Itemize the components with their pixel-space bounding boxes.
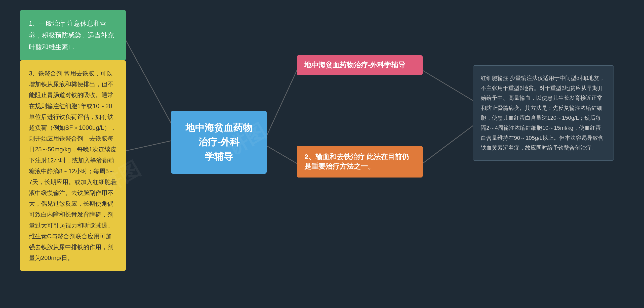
node-bottom-right-text: 2、输血和去铁治疗 此法在目前仍是重要治疗方法之一。: [304, 153, 409, 170]
svg-line-5: [126, 141, 171, 151]
node-far-right-text: 红细胞输注 少量输注法仅适用于中间型α和β地贫，不主张用于重型β地贫。对于重型β…: [481, 75, 605, 151]
svg-line-2: [423, 70, 473, 101]
mind-map-container: 1、一般治疗 注意休息和营养，积极预防感染。适当补充叶酸和维生素E. 3、铁螯合…: [0, 0, 644, 308]
svg-line-0: [267, 70, 297, 136]
svg-line-1: [267, 146, 297, 163]
node-far-right: 红细胞输注 少量输注法仅适用于中间型α和β地贫，不主张用于重型β地贫。对于重型β…: [473, 65, 614, 161]
center-node: 地中海贫血药物治疗-外科学辅导: [171, 111, 267, 174]
node-top-right: 地中海贫血药物治疗-外科学辅导: [297, 55, 423, 75]
node-bottom-left-text: 3、铁螯合剂 常用去铁胺，可以增加铁从尿液和粪便排出，但不能阻止胃肠道对铁的吸收…: [29, 70, 117, 261]
node-top-left: 1、一般治疗 注意休息和营养，积极预防感染。适当补充叶酸和维生素E.: [20, 10, 126, 60]
node-top-left-text: 1、一般治疗 注意休息和营养，积极预防感染。适当补充叶酸和维生素E.: [29, 20, 114, 51]
svg-line-4: [126, 40, 171, 123]
node-bottom-right: 2、输血和去铁治疗 此法在目前仍是重要治疗方法之一。: [297, 146, 423, 178]
node-top-right-text: 地中海贫血药物治疗-外科学辅导: [304, 61, 405, 69]
center-node-text: 地中海贫血药物治疗-外科学辅导: [185, 122, 252, 162]
node-bottom-left: 3、铁螯合剂 常用去铁胺，可以增加铁从尿液和粪便排出，但不能阻止胃肠道对铁的吸收…: [20, 60, 126, 271]
svg-line-3: [423, 126, 473, 163]
